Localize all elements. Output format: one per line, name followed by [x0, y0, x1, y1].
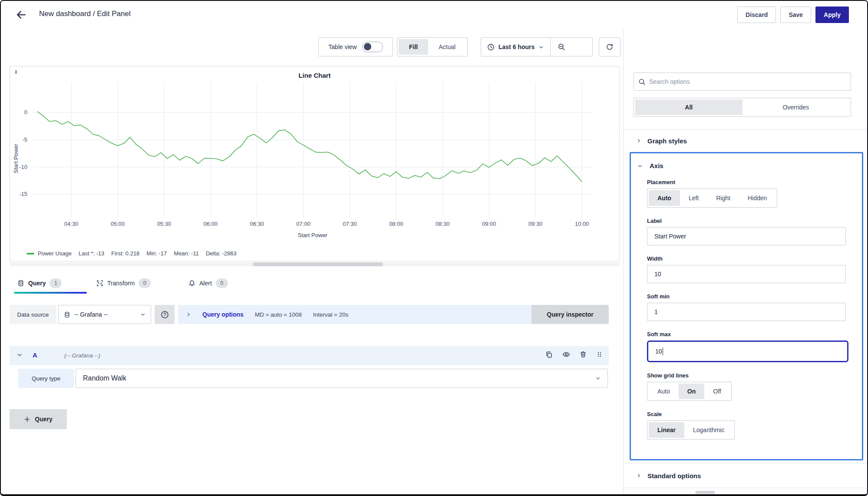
svg-text:10:00: 10:00 — [575, 221, 589, 227]
active-tab-underline — [14, 292, 87, 294]
query-type-row: Query type Random Walk — [18, 369, 609, 388]
datasource-value: -- Grafana -- — [74, 311, 136, 318]
graph-styles-title: Graph styles — [647, 137, 687, 145]
section-standard-options[interactable]: Standard options — [624, 463, 868, 488]
timeseries-chart[interactable]: 04:3005:0005:3006:0006:3007:0007:3008:00… — [10, 66, 619, 240]
tab-query-label: Query — [28, 280, 46, 287]
axis-label-input[interactable] — [647, 227, 846, 245]
chevron-down-icon[interactable] — [17, 352, 23, 358]
query-options-link[interactable]: Query options — [202, 311, 244, 318]
placement-segmented: Auto Left Right Hidden — [647, 188, 777, 208]
svg-text:06:00: 06:00 — [204, 221, 218, 227]
legend-stat-delta: Delta: -2863 — [206, 250, 237, 257]
back-button[interactable] — [15, 8, 28, 21]
drag-handle[interactable] — [596, 351, 603, 358]
bell-icon — [188, 280, 195, 287]
eye-icon — [562, 351, 570, 358]
chevron-down-icon — [637, 163, 643, 169]
soft-max-input[interactable]: 10 — [647, 341, 848, 362]
time-range-picker[interactable]: Last 6 hours — [481, 38, 550, 56]
hide-query-button[interactable] — [562, 351, 570, 358]
legend-stat-first: First: 0.218 — [111, 250, 139, 257]
series-name[interactable]: Power Usage — [38, 250, 72, 257]
section-axis-header[interactable]: Axis — [637, 162, 846, 169]
chevron-right-icon[interactable] — [186, 312, 191, 317]
scale-field: Scale Linear Logarithmic — [647, 411, 846, 440]
horizontal-scrollbar-thumb[interactable] — [253, 262, 383, 266]
interval: Interval = 20s — [313, 311, 348, 318]
series-color-dash — [26, 253, 34, 255]
svg-text:-10: -10 — [19, 164, 27, 170]
svg-text:09:00: 09:00 — [482, 221, 496, 227]
datasource-label: Data source — [10, 305, 56, 324]
soft-min-field: Soft min — [647, 293, 846, 321]
query-options-bar: Query options MD = auto = 1008 Interval … — [178, 305, 532, 324]
scale-label: Scale — [647, 411, 846, 417]
add-query-button[interactable]: Query — [10, 409, 67, 429]
filter-tab-all[interactable]: All — [635, 99, 743, 115]
table-view-toggle[interactable] — [362, 42, 383, 52]
placement-hidden[interactable]: Hidden — [739, 190, 776, 206]
delete-query-button[interactable] — [580, 351, 587, 358]
soft-min-input[interactable] — [647, 303, 846, 321]
datasource-help-button[interactable]: ? — [155, 305, 175, 324]
apply-button[interactable]: Apply — [815, 7, 849, 23]
grid-on[interactable]: On — [679, 384, 704, 399]
query-type-value: Random Walk — [83, 374, 595, 382]
placement-auto[interactable]: Auto — [649, 190, 680, 206]
axis-width-field: Width — [647, 255, 846, 283]
datasource-select[interactable]: -- Grafana -- — [58, 305, 151, 324]
table-view-label: Table view — [328, 43, 356, 50]
soft-min-label: Soft min — [647, 293, 846, 300]
trash-icon — [580, 351, 587, 358]
options-search-input[interactable] — [649, 78, 846, 85]
query-row-header[interactable]: A (-- Grafana --) — [10, 346, 609, 365]
tab-query[interactable]: Query 1 — [17, 274, 62, 292]
scale-logarithmic[interactable]: Logarithmic — [684, 422, 733, 438]
editor-tabs: Query 1 Transform 0 Alert 0 — [10, 274, 623, 294]
svg-text:09:30: 09:30 — [528, 221, 543, 227]
section-graph-styles[interactable]: Graph styles — [624, 129, 868, 152]
discard-button[interactable]: Discard — [737, 7, 776, 23]
show-grid-lines-label: Show grid lines — [647, 372, 846, 379]
duplicate-query-button[interactable] — [545, 351, 553, 358]
placement-left[interactable]: Left — [680, 190, 707, 206]
svg-text:0: 0 — [24, 109, 27, 116]
filter-tab-overrides[interactable]: Overrides — [743, 99, 850, 115]
max-data-points: MD = auto = 1008 — [255, 311, 302, 318]
save-button[interactable]: Save — [780, 7, 811, 23]
placement-label: Placement — [647, 179, 846, 185]
table-view-control: Table view — [318, 37, 393, 56]
grid-off[interactable]: Off — [704, 384, 729, 399]
header-actions: Discard Save Apply — [737, 7, 849, 23]
chevron-down-icon — [140, 312, 145, 317]
zoom-out-button[interactable] — [551, 38, 572, 56]
show-grid-lines-field: Show grid lines Auto On Off — [647, 372, 846, 401]
scale-linear[interactable]: Linear — [649, 422, 684, 438]
options-filter-tabs: All Overrides — [634, 98, 851, 117]
chevron-down-icon — [595, 376, 601, 381]
placement-right[interactable]: Right — [707, 190, 739, 206]
refresh-control — [599, 37, 620, 56]
axis-section-highlighted: Axis Placement Auto Left Right Hidden La… — [630, 152, 863, 460]
tab-transform[interactable]: Transform 0 — [96, 274, 151, 292]
options-scrollbar-thumb[interactable] — [695, 491, 715, 494]
actual-option[interactable]: Actual — [428, 39, 466, 55]
fill-option[interactable]: Fill — [399, 39, 428, 55]
grid-auto[interactable]: Auto — [649, 384, 679, 399]
svg-text:07:30: 07:30 — [343, 221, 357, 227]
query-inspector-button[interactable]: Query inspector — [531, 305, 609, 324]
refresh-button[interactable] — [599, 38, 620, 56]
standard-options-title: Standard options — [647, 472, 701, 479]
query-ref-id[interactable]: A — [33, 351, 37, 359]
axis-width-input[interactable] — [647, 265, 846, 283]
axis-title: Axis — [650, 162, 663, 169]
options-search — [634, 73, 851, 91]
axis-label-label: Label — [647, 218, 846, 224]
svg-text:Start Power: Start Power — [298, 232, 328, 238]
refresh-icon — [606, 43, 614, 51]
tab-alert[interactable]: Alert 0 — [188, 274, 228, 292]
query-type-select[interactable]: Random Walk — [76, 369, 608, 388]
svg-text:05:30: 05:30 — [157, 221, 172, 227]
chevron-down-icon — [538, 44, 544, 50]
